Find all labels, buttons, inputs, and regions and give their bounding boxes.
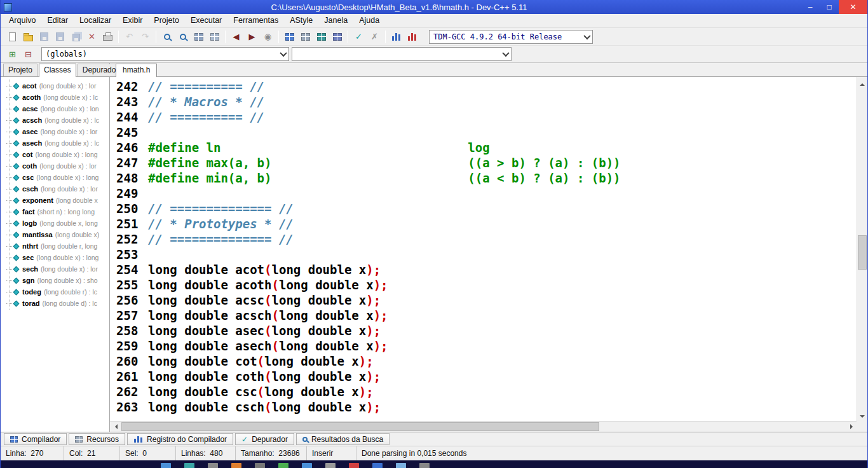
line-number[interactable]: 256 (110, 292, 143, 308)
chevron-down-icon[interactable] (581, 31, 592, 43)
editor-horizontal-scrollbar[interactable] (110, 421, 857, 432)
insert-button[interactable] (207, 29, 222, 45)
code-line-261[interactable]: 261long double coth(long double x); (110, 369, 857, 384)
tab-depurador[interactable]: ✓Depurador (235, 433, 294, 445)
scroll-left-icon[interactable] (110, 422, 121, 432)
code-line-258[interactable]: 258long double asec(long double x); (110, 323, 857, 338)
editor[interactable]: 242// ========== //243// * Macros * //24… (110, 77, 867, 432)
members-combobox[interactable] (292, 47, 512, 61)
code-line-256[interactable]: 256long double acsc(long double x); (110, 292, 857, 308)
line-number[interactable]: 248 (110, 170, 143, 186)
line-number[interactable]: 259 (110, 338, 143, 354)
menu-item-ferramentas[interactable]: Ferramentas (227, 14, 284, 27)
code-line-260[interactable]: 260long double cot(long double x); (110, 354, 857, 369)
code-line-250[interactable]: 250// ============== // (110, 201, 857, 216)
add-to-project-button[interactable]: ⊞ (4, 46, 20, 62)
code-line-248[interactable]: 248#define min(a, b) ((a < b) ? (a) : (b… (110, 170, 857, 186)
redo-button[interactable]: ↷ (137, 29, 153, 45)
taskbar-item-11[interactable] (419, 463, 430, 468)
tree-item-sech[interactable]: sech(long double x) : lor (1, 263, 109, 275)
code-line-253[interactable]: 253 (110, 247, 857, 262)
goto-line-button[interactable] (191, 29, 207, 45)
compile-button[interactable] (281, 29, 297, 45)
menu-item-arquivo[interactable]: Arquivo (3, 14, 41, 27)
rebuild-all-button[interactable] (329, 29, 345, 45)
code-line-243[interactable]: 243// * Macros * // (110, 94, 857, 109)
print-button[interactable] (100, 29, 116, 45)
compile-run-button[interactable] (313, 29, 329, 45)
line-number[interactable]: 247 (110, 155, 143, 170)
menu-item-astyle[interactable]: AStyle (284, 14, 318, 27)
minimize-button[interactable]: – (801, 0, 820, 14)
tree-item-cot[interactable]: cot(long double x) : long (1, 149, 109, 160)
remove-from-project-button[interactable]: ⊟ (20, 46, 36, 62)
taskbar-item-10[interactable] (396, 463, 406, 468)
taskbar-item-7[interactable] (325, 463, 336, 468)
close-button[interactable]: ✕ (839, 0, 867, 14)
menu-item-projeto[interactable]: Projeto (148, 14, 185, 27)
line-number[interactable]: 261 (110, 369, 143, 384)
line-number[interactable]: 249 (110, 186, 143, 201)
code-line-263[interactable]: 263long double csch(long double x); (110, 399, 857, 415)
line-number[interactable]: 257 (110, 308, 143, 323)
menu-item-editar[interactable]: Editar (41, 14, 74, 27)
menu-item-executar[interactable]: Executar (185, 14, 227, 27)
line-number[interactable]: 263 (110, 399, 143, 415)
line-number[interactable]: 262 (110, 384, 143, 399)
left-tab-classes[interactable]: Classes (39, 64, 76, 77)
scroll-down-icon[interactable] (857, 410, 867, 421)
vertical-scroll-thumb[interactable] (858, 235, 867, 270)
code-line-252[interactable]: 252// ============== // (110, 231, 857, 247)
line-number[interactable]: 251 (110, 216, 143, 231)
taskbar-item-6[interactable] (302, 463, 312, 468)
tab-registro-do-compilador[interactable]: Registro do Compilador (127, 433, 233, 445)
tab-recursos[interactable]: Recursos (69, 433, 125, 445)
save-as-button[interactable] (52, 29, 68, 45)
tree-item-csch[interactable]: csch(long double x) : lor (1, 183, 109, 195)
open-file-button[interactable] (20, 29, 36, 45)
code-line-247[interactable]: 247#define max(a, b) ((a > b) ? (a) : (b… (110, 155, 857, 170)
tree-item-nthrt[interactable]: nthrt(long double r, long (1, 240, 109, 252)
scroll-right-icon[interactable] (846, 422, 857, 432)
tab-hmath-h[interactable]: hmath.h (116, 64, 157, 77)
code-line-246[interactable]: 246#define ln log (110, 140, 857, 155)
line-number[interactable]: 250 (110, 201, 143, 216)
line-number[interactable]: 258 (110, 323, 143, 338)
save-all-button[interactable] (68, 29, 84, 45)
tree-item-exponent[interactable]: exponent(long double x (1, 195, 109, 206)
abort-button[interactable]: ◉ (260, 29, 276, 45)
line-number[interactable]: 260 (110, 354, 143, 369)
forward-button[interactable]: ▶ (244, 29, 260, 45)
tree-item-fact[interactable]: fact(short n) : long long (1, 206, 109, 217)
taskbar-item-1[interactable] (184, 463, 194, 468)
line-number[interactable]: 244 (110, 109, 143, 125)
taskbar-item-3[interactable] (231, 463, 241, 468)
code-line-244[interactable]: 244// ========== // (110, 109, 857, 125)
tree-item-coth[interactable]: coth(long double x) : lor (1, 160, 109, 172)
menu-item-localizar[interactable]: Localizar (74, 14, 117, 27)
chevron-down-icon[interactable] (500, 48, 511, 60)
line-number[interactable]: 252 (110, 231, 143, 247)
tree-item-sgn[interactable]: sgn(long double x) : sho (1, 275, 109, 286)
close-file-button[interactable]: ✕ (84, 29, 100, 45)
find-button[interactable] (159, 29, 175, 45)
line-number[interactable]: 255 (110, 277, 143, 292)
run-button[interactable] (297, 29, 313, 45)
menu-item-ajuda[interactable]: Ajuda (353, 14, 385, 27)
tab-resultados-da-busca[interactable]: Resultados da Busca (296, 433, 390, 445)
menu-item-exibir[interactable]: Exibir (117, 14, 148, 27)
code-area[interactable]: 242// ========== //243// * Macros * //24… (110, 79, 857, 421)
taskbar-item-2[interactable] (208, 463, 218, 468)
taskbar-item-0[interactable] (161, 463, 171, 468)
save-button[interactable] (36, 29, 52, 45)
tree-item-asech[interactable]: asech(long double x) : lc (1, 137, 109, 149)
code-line-257[interactable]: 257long double acsch(long double x); (110, 308, 857, 323)
chevron-down-icon[interactable] (278, 48, 288, 60)
new-file-button[interactable] (4, 29, 20, 45)
tab-compilador[interactable]: Compilador (4, 433, 67, 445)
code-line-251[interactable]: 251// * Prototypes * // (110, 216, 857, 231)
tree-item-todeg[interactable]: todeg(long double r) : lc (1, 286, 109, 298)
taskbar-item-5[interactable] (278, 463, 288, 468)
line-number[interactable]: 246 (110, 140, 143, 155)
line-number[interactable]: 242 (110, 79, 143, 94)
